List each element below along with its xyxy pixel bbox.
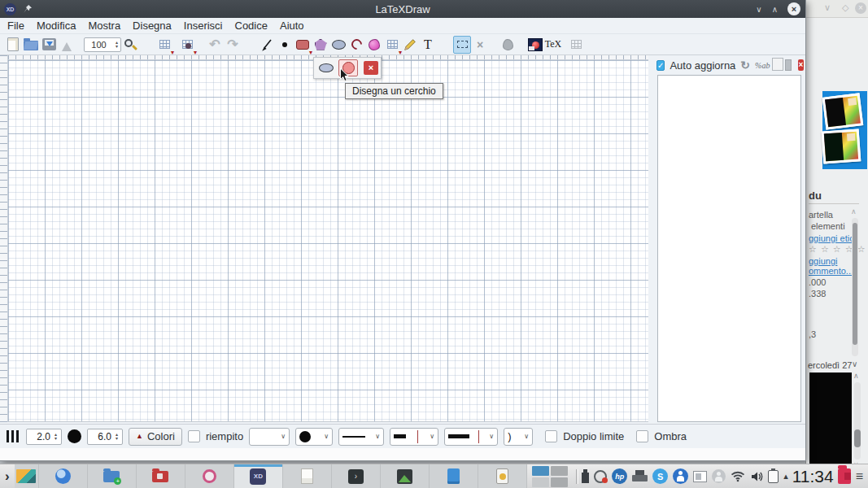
- refresh-icon[interactable]: ↻: [740, 59, 750, 72]
- spin-down-icon[interactable]: ▾: [55, 437, 57, 441]
- scroll-up-icon[interactable]: ∧: [853, 372, 859, 380]
- undo-button[interactable]: ↶: [206, 36, 224, 54]
- open-button[interactable]: [22, 36, 40, 54]
- background-window[interactable]: ∨ ◇ × du artella elementi ggiungi etic ☆…: [805, 0, 868, 476]
- bg-add-comment-link-1[interactable]: ggiungi: [809, 256, 837, 266]
- bg-restore-icon[interactable]: ◇: [842, 2, 848, 13]
- new-document-button[interactable]: [4, 36, 22, 54]
- rectangle-tool[interactable]: ▾: [294, 36, 312, 54]
- wifi-icon[interactable]: [731, 470, 745, 482]
- inactive-user-icon[interactable]: [712, 469, 726, 483]
- line-color-swatch[interactable]: [68, 429, 81, 443]
- photo-thumbnail[interactable]: [822, 93, 864, 129]
- grid-visibility-button[interactable]: ▾: [155, 36, 173, 54]
- tray-expand-icon[interactable]: ▴: [783, 471, 788, 481]
- auto-update-checkbox[interactable]: ✓: [656, 60, 665, 71]
- virtual-desktop-pager[interactable]: [532, 466, 568, 487]
- desktop-4[interactable]: [551, 477, 568, 487]
- desktop-2[interactable]: [551, 466, 568, 476]
- draw-ellipse-button[interactable]: [316, 59, 336, 76]
- rotation-tool[interactable]: [499, 36, 517, 54]
- filled-checkbox[interactable]: [188, 430, 200, 442]
- task-browser[interactable]: [39, 464, 88, 488]
- spin-down-icon[interactable]: ▾: [116, 437, 118, 441]
- scrollbar-thumb[interactable]: [853, 223, 857, 345]
- pen-width-spinner[interactable]: 2.0 ▴▾: [26, 429, 62, 445]
- grid-shape-tool[interactable]: ▾: [383, 36, 401, 54]
- drawing-canvas[interactable]: [0, 55, 648, 424]
- menu-mostra[interactable]: Mostra: [88, 20, 120, 32]
- dot-tool[interactable]: [276, 36, 294, 54]
- menu-aiuto[interactable]: Aiuto: [280, 20, 304, 32]
- task-terminal[interactable]: ›: [332, 464, 381, 488]
- clipboard-icon[interactable]: [768, 470, 779, 483]
- accessibility-icon[interactable]: [673, 468, 688, 484]
- spin-down-icon[interactable]: ▾: [116, 45, 118, 49]
- task-password-manager[interactable]: [478, 464, 527, 488]
- titlebar[interactable]: XD LaTeXDraw ∨ ∧ ×: [0, 0, 805, 18]
- latex-compile-button[interactable]: [526, 36, 544, 54]
- clock[interactable]: 11:34: [792, 467, 834, 486]
- export-icon[interactable]: [785, 59, 792, 71]
- bezier-tool[interactable]: [365, 36, 383, 54]
- line-arrow-tool[interactable]: [258, 36, 276, 54]
- show-desktop-button[interactable]: [15, 464, 39, 488]
- background-window-titlebar[interactable]: ∨ ◇ ×: [806, 0, 868, 18]
- task-file-manager[interactable]: +: [88, 464, 137, 488]
- hatch-style-combo[interactable]: ∨: [249, 428, 290, 446]
- ellipse-tool[interactable]: [329, 36, 347, 54]
- menu-file[interactable]: File: [7, 20, 24, 32]
- tex-editor-button[interactable]: TeX: [544, 36, 562, 54]
- shadow-checkbox[interactable]: [636, 430, 648, 442]
- zoom-spinner[interactable]: 100 ▴▾: [84, 37, 121, 52]
- close-icon[interactable]: ×: [787, 2, 800, 15]
- bg-scrollbar-2[interactable]: [854, 382, 861, 460]
- task-image-viewer[interactable]: [381, 464, 430, 488]
- arc-style-combo[interactable]: ) ∨: [504, 428, 533, 446]
- bg-add-tags-link[interactable]: ggiungi etic: [809, 233, 854, 243]
- volume-icon[interactable]: [750, 470, 763, 483]
- menu-modifica[interactable]: Modifica: [37, 20, 76, 32]
- panel-menu-icon[interactable]: ≡: [856, 469, 863, 484]
- task-disc-app[interactable]: [185, 464, 234, 488]
- pen-width-value[interactable]: 2.0: [28, 431, 52, 442]
- selection-tool[interactable]: [453, 36, 471, 54]
- magnetic-grid-button[interactable]: ▾: [178, 36, 196, 54]
- task-notes[interactable]: [283, 464, 332, 488]
- printer-icon[interactable]: [632, 470, 648, 483]
- task-pdf-folder[interactable]: [137, 464, 185, 488]
- zoom-tool-button[interactable]: [121, 36, 139, 54]
- arc-tool[interactable]: [347, 36, 365, 54]
- skype-icon[interactable]: S: [652, 468, 668, 484]
- pdf-export-button[interactable]: [58, 36, 76, 54]
- freehand-tool[interactable]: [401, 36, 419, 54]
- arrow-right-style-combo[interactable]: ∨: [444, 428, 498, 446]
- hp-icon[interactable]: hp: [612, 468, 627, 484]
- update-notifier-icon[interactable]: [594, 470, 607, 483]
- line-style-combo[interactable]: ∨: [338, 428, 384, 446]
- save-button[interactable]: [40, 36, 58, 54]
- close-variant-toolbar-button[interactable]: ×: [364, 61, 378, 75]
- bg-close-icon[interactable]: ×: [855, 2, 866, 14]
- arrow-left-style-combo[interactable]: ∨: [390, 428, 438, 446]
- app-launcher-button[interactable]: ›: [0, 464, 15, 488]
- bg-scrollbar[interactable]: [852, 218, 858, 356]
- usb-icon[interactable]: [582, 473, 589, 483]
- desktop-1[interactable]: [532, 466, 549, 476]
- ab-format-icon[interactable]: %ab: [755, 61, 770, 70]
- hatch-sep-spinner[interactable]: 6.0 ▴▾: [87, 429, 123, 445]
- photo-thumbnail[interactable]: [822, 129, 861, 163]
- colors-button[interactable]: ▲ Colori: [129, 428, 182, 446]
- chevron-down-icon[interactable]: ∨: [852, 359, 857, 368]
- task-document[interactable]: [430, 464, 478, 488]
- dot-style-combo[interactable]: ∨: [295, 428, 333, 446]
- menu-inserisci[interactable]: Inserisci: [184, 20, 223, 32]
- scroll-up-icon[interactable]: ∧: [851, 207, 857, 216]
- desktop-3[interactable]: [532, 477, 549, 487]
- zoom-value[interactable]: 100: [85, 40, 113, 50]
- canvas-grid[interactable]: [8, 60, 648, 422]
- menu-codice[interactable]: Codice: [235, 20, 268, 32]
- polygon-tool[interactable]: [312, 36, 329, 54]
- delete-tool[interactable]: ×: [471, 36, 489, 54]
- minimize-icon[interactable]: ∨: [756, 5, 761, 14]
